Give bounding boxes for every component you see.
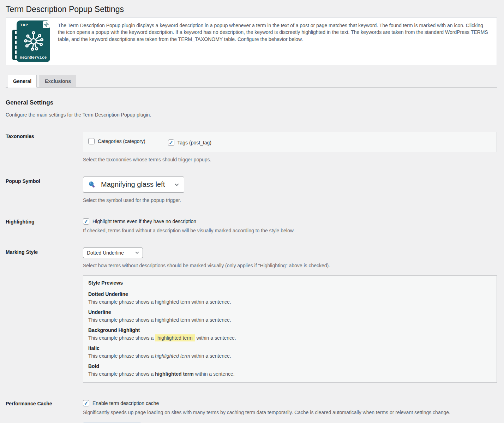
marking-style-value: Dotted Underline — [87, 250, 124, 256]
preview-text: This example phrase shows a — [88, 371, 155, 377]
section-heading: General Settings — [6, 99, 497, 106]
preview-item-underline: Underline This example phrase shows a hi… — [88, 309, 492, 323]
preview-name: Dotted Underline — [88, 291, 492, 297]
preview-text: within a sentence. — [194, 371, 235, 377]
preview-text: This example phrase shows a — [88, 299, 155, 305]
preview-name: Italic — [88, 345, 492, 351]
checkbox-categories-label[interactable]: Categories (category) — [98, 138, 145, 144]
style-previews-heading: Style Previews — [88, 280, 492, 286]
preview-term-bold: highlighted term — [155, 371, 194, 377]
checkbox-cache[interactable]: Enable term description cache — [83, 400, 159, 406]
marking-style-select[interactable]: Dotted Underline — [83, 248, 143, 258]
performance-cache-row: Performance Cache Enable term descriptio… — [6, 399, 497, 423]
tab-general[interactable]: General — [8, 75, 37, 88]
plugin-header-card: TDP — [6, 17, 497, 65]
preview-item-italic: Italic This example phrase shows a highl… — [88, 345, 492, 359]
preview-text: within a sentence. — [190, 353, 231, 359]
preview-text: within a sentence. — [195, 335, 236, 341]
highlighting-row: Highlighting Highlight terms even if the… — [6, 217, 497, 233]
highlighting-help: If checked, terms found without a descri… — [83, 228, 497, 233]
checkbox-highlighting-label[interactable]: Highlight terms even if they have no des… — [92, 219, 196, 224]
taxonomies-help: Select the taxonomies whose terms should… — [83, 157, 497, 162]
checkbox-highlighting-box[interactable] — [83, 218, 89, 225]
section-subheading: Configure the main settings for the Term… — [6, 112, 497, 118]
preview-sentence: This example phrase shows a highlighted … — [88, 353, 492, 359]
checkbox-tags-label[interactable]: Tags (post_tag) — [178, 140, 212, 145]
logo-top-label: TDP — [20, 23, 28, 27]
preview-text: within a sentence. — [190, 299, 231, 305]
popup-symbol-select[interactable]: Magnifying glass left — [83, 177, 184, 193]
taxonomies-row: Taxonomies Categories (category) Tags (p… — [6, 132, 497, 162]
preview-sentence: This example phrase shows a highlighted … — [88, 299, 492, 305]
checkbox-categories-box[interactable] — [88, 138, 95, 144]
chevron-down-icon — [174, 182, 180, 187]
performance-cache-help: Significantly speeds up page loading on … — [83, 410, 497, 415]
tab-exclusions[interactable]: Exclusions — [40, 75, 76, 88]
style-previews-box: Style Previews Dotted Underline This exa… — [83, 275, 497, 383]
page-title: Term Description Popup Settings — [6, 4, 497, 16]
highlighting-label: Highlighting — [6, 217, 83, 233]
preview-text: This example phrase shows a — [88, 353, 155, 359]
performance-cache-label: Performance Cache — [6, 399, 83, 423]
checkbox-cache-box[interactable] — [83, 400, 89, 406]
preview-term-underline: highlighted term — [155, 317, 190, 323]
marking-style-row: Marking Style Dotted Underline Select ho… — [6, 248, 497, 383]
taxonomies-label: Taxonomies — [6, 132, 83, 162]
marking-style-help: Select how terms without descriptions sh… — [83, 263, 497, 268]
checkbox-highlighting[interactable]: Highlight terms even if they have no des… — [83, 218, 196, 225]
taxonomies-options-box: Categories (category) Tags (post_tag) — [83, 132, 497, 152]
magnifying-glass-icon — [88, 181, 96, 189]
logo-bottom-label: meinService — [17, 55, 50, 60]
preview-sentence: This example phrase shows a highlighted … — [88, 335, 492, 341]
popup-symbol-row: Popup Symbol Magnifying glass left Selec… — [6, 177, 497, 203]
preview-sentence: This example phrase shows a highlighted … — [88, 371, 492, 377]
preview-name: Bold — [88, 363, 492, 369]
preview-name: Underline — [88, 309, 492, 315]
preview-item-background-highlight: Background Highlight This example phrase… — [88, 327, 492, 341]
checkbox-tags[interactable]: Tags (post_tag) — [168, 139, 212, 146]
preview-name: Background Highlight — [88, 327, 492, 333]
settings-tabs: General Exclusions — [6, 75, 497, 88]
preview-text: This example phrase shows a — [88, 335, 155, 341]
popup-symbol-help: Select the symbol used for the popup tri… — [83, 197, 497, 203]
preview-term-dotted: highlighted term — [155, 299, 190, 305]
preview-item-bold: Bold This example phrase shows a highlig… — [88, 363, 492, 377]
preview-item-dotted-underline: Dotted Underline This example phrase sho… — [88, 291, 492, 305]
popup-symbol-label: Popup Symbol — [6, 177, 83, 203]
preview-term-italic: highlighted term — [155, 353, 190, 359]
checkbox-tags-box[interactable] — [168, 139, 174, 146]
preview-text: within a sentence. — [190, 317, 231, 323]
plugin-description: The Term Description Popup plugin displa… — [58, 20, 489, 43]
preview-sentence: This example phrase shows a highlighted … — [88, 317, 492, 323]
settings-page: Term Description Popup Settings TDP — [0, 0, 504, 423]
logo-corner-hub-icon — [43, 21, 50, 28]
marking-style-label: Marking Style — [6, 248, 83, 383]
preview-text: This example phrase shows a — [88, 317, 155, 323]
plugin-logo: TDP — [11, 20, 50, 62]
chevron-down-icon — [134, 250, 140, 255]
popup-symbol-value: Magnifying glass left — [101, 180, 165, 189]
checkbox-cache-label[interactable]: Enable term description cache — [92, 400, 159, 406]
network-hub-icon — [23, 30, 44, 53]
preview-term-background: highlighted term — [155, 334, 195, 341]
checkbox-categories[interactable]: Categories (category) — [88, 138, 145, 144]
